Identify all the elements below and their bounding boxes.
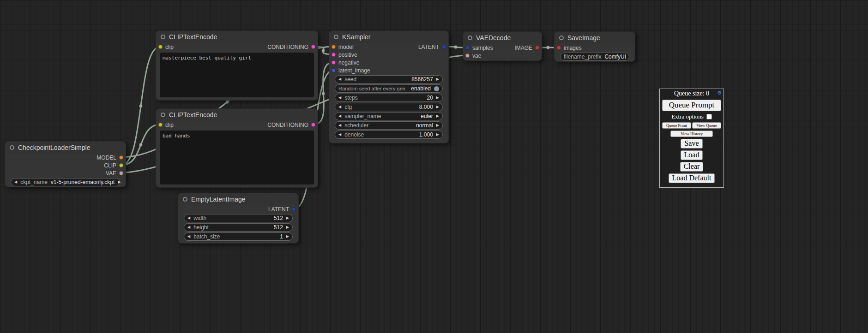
decrement-arrow-icon[interactable]: ◀	[338, 131, 341, 138]
node-ksampler[interactable]: KSampler model LATENT positive negative	[329, 30, 449, 143]
increment-arrow-icon[interactable]: ▶	[286, 224, 289, 231]
increment-arrow-icon[interactable]: ▶	[436, 131, 439, 138]
output-slot-latent[interactable]: LATENT	[418, 44, 446, 50]
node-vae-decode[interactable]: VAEDecode samples IMAGE vae	[463, 31, 542, 61]
decrement-arrow-icon[interactable]: ◀	[187, 233, 190, 240]
clip-port-dot[interactable]	[158, 45, 163, 49]
increment-arrow-icon[interactable]: ▶	[436, 94, 439, 101]
increment-arrow-icon[interactable]: ▶	[286, 233, 289, 240]
increment-arrow-icon[interactable]: ▶	[118, 178, 121, 186]
increment-arrow-icon[interactable]: ▶	[286, 214, 289, 222]
input-slot-vae[interactable]: vae	[465, 53, 481, 59]
decrement-arrow-icon[interactable]: ◀	[338, 103, 341, 111]
input-slot-positive[interactable]: positive	[332, 52, 357, 58]
decrement-arrow-icon[interactable]: ◀	[338, 94, 341, 101]
queue-prompt-button[interactable]: Queue Prompt	[662, 100, 721, 111]
node-status-dot[interactable]	[183, 197, 187, 202]
node-clip-text-encode-positive[interactable]: CLIPTextEncode clip CONDITIONING masterp…	[156, 30, 318, 101]
node-title-bar[interactable]: CheckpointLoaderSimple	[5, 142, 126, 154]
node-clip-text-encode-negative[interactable]: CLIPTextEncode clip CONDITIONING bad han…	[156, 108, 318, 188]
decrement-arrow-icon[interactable]: ◀	[187, 224, 190, 231]
batch-size-number-widget[interactable]: ◀ batch_size 1 ▶	[184, 232, 293, 241]
seed-number-widget[interactable]: ◀ seed 8566257 ▶	[335, 75, 443, 83]
sampler-name-combo-widget[interactable]: ◀ sampler_name euler ▶	[335, 112, 443, 120]
clear-button[interactable]: Clear	[680, 162, 704, 172]
denoise-number-widget[interactable]: ◀ denoise 1.000 ▶	[335, 131, 443, 139]
input-slot-images[interactable]: images	[557, 45, 582, 51]
conditioning-port-dot[interactable]	[311, 45, 315, 49]
node-title-bar[interactable]: EmptyLatentImage	[178, 193, 298, 205]
output-slot-image[interactable]: IMAGE	[514, 45, 539, 51]
random-seed-toggle-widget[interactable]: Random seed after every gen enabled	[335, 84, 443, 93]
node-title-bar[interactable]: VAEDecode	[463, 32, 542, 44]
input-slot-clip[interactable]: clip	[158, 122, 174, 128]
decrement-arrow-icon[interactable]: ◀	[338, 76, 341, 83]
input-slot-model[interactable]: model	[332, 44, 354, 50]
clip-port-dot[interactable]	[158, 123, 163, 127]
node-title-bar[interactable]: CLIPTextEncode	[156, 31, 318, 43]
conditioning-port-dot[interactable]	[332, 53, 336, 57]
model-port-dot[interactable]	[119, 155, 123, 160]
output-slot-clip[interactable]: CLIP	[104, 162, 123, 169]
height-number-widget[interactable]: ◀ height 512 ▶	[184, 223, 293, 232]
node-status-dot[interactable]	[10, 145, 14, 150]
output-slot-conditioning[interactable]: CONDITIONING	[267, 44, 315, 50]
node-title-bar[interactable]: KSampler	[329, 31, 448, 43]
decrement-arrow-icon[interactable]: ◀	[338, 122, 341, 129]
toggle-on-indicator[interactable]	[434, 86, 439, 91]
decrement-arrow-icon[interactable]: ◀	[338, 113, 341, 120]
increment-arrow-icon[interactable]: ▶	[436, 76, 439, 83]
view-queue-button[interactable]: View Queue	[692, 122, 721, 129]
output-slot-conditioning[interactable]: CONDITIONING	[267, 122, 315, 128]
input-slot-clip[interactable]: clip	[158, 44, 174, 50]
node-graph-canvas[interactable]: CheckpointLoaderSimple MODEL CLIP VAE ◀ …	[0, 0, 868, 333]
output-slot-model[interactable]: MODEL	[96, 155, 123, 161]
load-default-button[interactable]: Load Default	[669, 173, 715, 183]
node-status-dot[interactable]	[161, 35, 165, 39]
vae-port-dot[interactable]	[465, 54, 470, 58]
width-number-widget[interactable]: ◀ width 512 ▶	[184, 214, 293, 222]
settings-gear-icon[interactable]: ⚙	[717, 90, 722, 96]
node-status-dot[interactable]	[468, 36, 472, 40]
positive-prompt-textarea[interactable]: masterpiece best quality girl	[160, 53, 314, 97]
image-port-dot[interactable]	[535, 46, 539, 50]
conditioning-port-dot[interactable]	[332, 60, 336, 65]
input-slot-negative[interactable]: negative	[332, 59, 359, 66]
vae-port-dot[interactable]	[119, 171, 123, 175]
load-button[interactable]: Load	[681, 150, 703, 160]
model-port-dot[interactable]	[332, 45, 336, 49]
clip-port-dot[interactable]	[119, 163, 123, 167]
node-status-dot[interactable]	[161, 113, 165, 117]
node-save-image[interactable]: SaveImage images filename_prefix ComfyUI	[554, 31, 635, 62]
view-history-button[interactable]: View History	[670, 131, 713, 137]
node-title-bar[interactable]: SaveImage	[555, 32, 635, 44]
conditioning-port-dot[interactable]	[311, 123, 315, 127]
filename-prefix-text-widget[interactable]: filename_prefix ComfyUI	[560, 53, 629, 61]
scheduler-combo-widget[interactable]: ◀ scheduler normal ▶	[335, 121, 443, 130]
decrement-arrow-icon[interactable]: ◀	[14, 178, 17, 186]
node-status-dot[interactable]	[559, 36, 564, 40]
steps-number-widget[interactable]: ◀ steps 20 ▶	[335, 94, 443, 102]
latent-port-dot[interactable]	[465, 46, 470, 50]
latent-port-dot[interactable]	[442, 45, 446, 49]
increment-arrow-icon[interactable]: ▶	[436, 122, 439, 129]
node-checkpoint-loader-simple[interactable]: CheckpointLoaderSimple MODEL CLIP VAE ◀ …	[5, 141, 126, 187]
node-empty-latent-image[interactable]: EmptyLatentImage LATENT ◀ width 512 ▶ ◀ …	[178, 193, 299, 244]
save-button[interactable]: Save	[681, 139, 702, 149]
negative-prompt-textarea[interactable]: bad hands	[160, 131, 314, 184]
node-title-bar[interactable]: CLIPTextEncode	[156, 109, 318, 121]
latent-port-dot[interactable]	[292, 207, 296, 211]
node-status-dot[interactable]	[334, 35, 338, 39]
output-slot-latent[interactable]: LATENT	[268, 206, 296, 213]
input-slot-samples[interactable]: samples	[465, 45, 493, 51]
input-slot-latent-image[interactable]: latent_image	[332, 67, 370, 74]
extra-options-checkbox[interactable]	[706, 114, 712, 119]
latent-port-dot[interactable]	[332, 68, 336, 72]
queue-front-button[interactable]: Queue Front	[662, 122, 691, 129]
increment-arrow-icon[interactable]: ▶	[436, 103, 439, 111]
image-port-dot[interactable]	[557, 46, 561, 50]
output-slot-vae[interactable]: VAE	[106, 170, 123, 177]
decrement-arrow-icon[interactable]: ◀	[187, 214, 190, 222]
cfg-number-widget[interactable]: ◀ cfg 8.000 ▶	[335, 103, 443, 111]
increment-arrow-icon[interactable]: ▶	[436, 113, 439, 120]
